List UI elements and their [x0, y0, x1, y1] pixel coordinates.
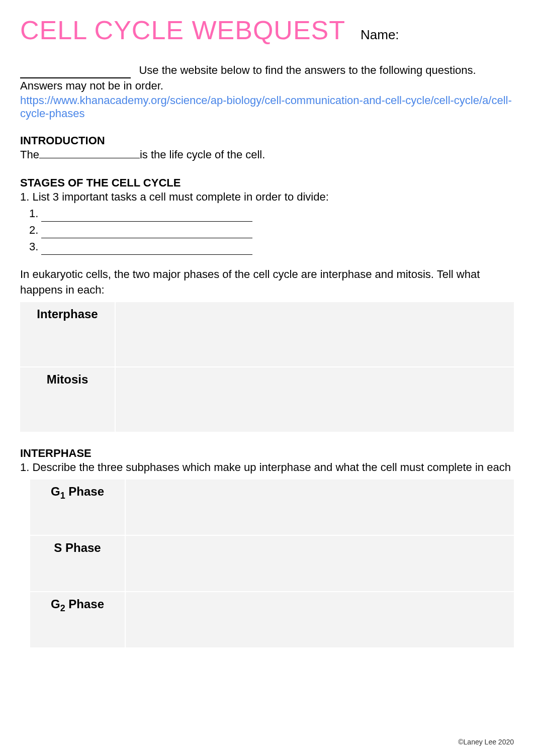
intro-suffix: is the life cycle of the cell. — [140, 147, 265, 163]
g1-phase-label: G1 Phase — [30, 480, 126, 535]
task-item-3: 3. — [29, 238, 514, 255]
interphase-answer-cell[interactable] — [116, 302, 514, 366]
section-interphase-heading: INTERPHASE — [20, 447, 514, 460]
mitosis-label: Mitosis — [20, 367, 116, 432]
intro-blank[interactable] — [39, 149, 140, 158]
section-stages-heading: STAGES OF THE CELL CYCLE — [20, 176, 514, 190]
copyright-text: ©Laney Lee 2020 — [458, 738, 514, 746]
introduction-sentence: The is the life cycle of the cell. — [20, 147, 514, 163]
name-input-line[interactable] — [20, 66, 131, 78]
subphases-table: G1 Phase S Phase G2 Phase — [30, 480, 514, 648]
s-phase-label: S Phase — [30, 536, 126, 591]
task-blank-1[interactable] — [41, 213, 252, 222]
g2-phase-label: G2 Phase — [30, 592, 126, 647]
name-label: Name: — [361, 27, 399, 43]
instructions-text-2: Answers may not be in order. — [20, 78, 514, 94]
instructions-text-1: Use the website below to find the answer… — [139, 64, 476, 76]
worksheet-title: CELL CYCLE WEBQUEST — [20, 15, 345, 45]
task-item-1: 1. — [29, 205, 514, 222]
g2-answer-cell[interactable] — [126, 592, 514, 647]
task-blank-3[interactable] — [41, 246, 252, 255]
g1-answer-cell[interactable] — [126, 480, 514, 535]
task-blank-2[interactable] — [41, 229, 252, 238]
interphase-q1: 1. Describe the three subphases which ma… — [20, 460, 514, 476]
interphase-label: Interphase — [20, 302, 116, 366]
intro-prefix: The — [20, 147, 39, 163]
task-item-2: 2. — [29, 222, 514, 238]
stages-q2: In eukaryotic cells, the two major phase… — [20, 267, 514, 298]
mitosis-answer-cell[interactable] — [116, 367, 514, 432]
stages-q1: 1. List 3 important tasks a cell must co… — [20, 190, 514, 205]
section-introduction-heading: INTRODUCTION — [20, 134, 514, 147]
phases-table: Interphase Mitosis — [20, 302, 514, 433]
s-answer-cell[interactable] — [126, 536, 514, 591]
resource-link[interactable]: https://www.khanacademy.org/science/ap-b… — [20, 94, 514, 120]
